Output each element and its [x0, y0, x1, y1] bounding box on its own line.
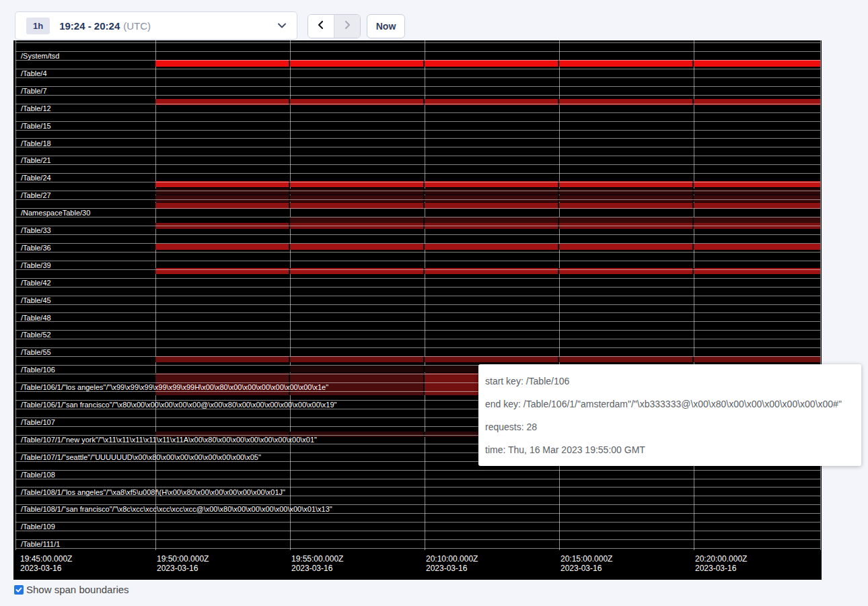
time-range-label: 19:24 - 20:24 [59, 20, 120, 32]
grid-hline [15, 156, 820, 156]
heat-band [155, 99, 820, 105]
grid-hline [15, 173, 820, 174]
grid-hline [15, 539, 820, 540]
time-tick-label: 19:45:00.000Z2023-03-16 [20, 554, 72, 573]
span-tooltip: start key: /Table/106 end key: /Table/10… [478, 364, 861, 466]
chevron-down-icon [278, 23, 286, 28]
grid-hline [15, 269, 820, 270]
time-range-utc: (UTC) [123, 20, 151, 32]
grid-hline [15, 531, 820, 531]
span-label: /Table/15 [21, 121, 51, 131]
time-tick-label: 19:50:00.000Z2023-03-16 [157, 554, 209, 573]
span-label: /Table/12 [21, 104, 51, 113]
span-label: /NamespaceTable/30 [21, 208, 90, 217]
heat-band [290, 217, 820, 223]
grid-hline [15, 261, 820, 261]
heat-band [155, 244, 820, 250]
grid-hline [15, 287, 820, 288]
span-label: /Table/36 [21, 243, 51, 252]
span-label: /Table/27 [21, 191, 51, 200]
grid-hline [15, 479, 820, 479]
tooltip-end-key: end key: /Table/106/1/"amsterdam"/"\xb33… [485, 395, 856, 418]
time-range-chip: 1h [26, 18, 50, 34]
span-label: /Table/18 [21, 139, 51, 148]
grid-hline [15, 130, 820, 131]
grid-hline [15, 147, 820, 147]
grid-hline [15, 77, 820, 78]
time-tick-label: 19:55:00.000Z2023-03-16 [291, 554, 343, 573]
span-label: /Table/108/1/"san francisco"/"\x8c\xcc\x… [21, 504, 332, 514]
span-label: /Table/42 [21, 278, 51, 288]
time-tick-label: 20:20:00.000Z2023-03-16 [695, 554, 747, 573]
grid-hline [15, 164, 820, 165]
grid-hline [15, 234, 820, 235]
grid-hline [15, 278, 820, 279]
grid-hline [15, 339, 820, 339]
span-label: /Table/111/1 [21, 539, 60, 549]
grid-hline [15, 42, 820, 43]
tooltip-start-key: start key: /Table/106 [485, 372, 856, 395]
prev-interval-button[interactable] [308, 15, 334, 38]
span-label: /Table/108 [21, 470, 55, 479]
grid-hline [15, 121, 820, 122]
grid-hline [15, 191, 820, 191]
grid-vline [820, 40, 821, 550]
grid-hline [15, 252, 820, 252]
tooltip-time: time: Thu, 16 Mar 2023 19:55:00 GMT [485, 441, 856, 464]
now-button[interactable]: Now [367, 14, 405, 38]
grid-hline [15, 347, 820, 348]
grid-hline [15, 548, 820, 549]
span-label: /Table/107 [21, 417, 55, 427]
span-label: /System/tsd [21, 51, 59, 61]
span-label: /Table/21 [21, 156, 51, 165]
grid-hline [15, 304, 820, 305]
span-label: /Table/33 [21, 226, 51, 235]
grid-hline [15, 330, 820, 331]
heat-band [155, 195, 820, 202]
grid-hline [15, 51, 820, 52]
span-label: /Table/108/1/"los angeles"/"\xa8\xf5\u00… [21, 487, 285, 497]
span-label: /Table/106/1/"san francisco"/"\x80\x00\x… [21, 400, 337, 409]
span-label: /Table/7 [21, 86, 47, 96]
heat-band [155, 356, 820, 362]
time-tick-label: 20:15:00.000Z2023-03-16 [560, 554, 612, 573]
grid-hline [15, 312, 820, 313]
span-label: /Table/4 [21, 69, 47, 78]
grid-hline [15, 138, 820, 139]
grid-hline [15, 321, 820, 322]
grid-hline [15, 217, 820, 217]
grid-hline [15, 95, 820, 96]
grid-hline [15, 104, 820, 104]
grid-hline [15, 208, 820, 209]
span-label: /Table/55 [21, 347, 51, 357]
grid-hline [15, 199, 820, 200]
grid-hline [15, 69, 820, 69]
grid-hline [15, 112, 820, 113]
span-label: /Table/48 [21, 313, 51, 323]
chevron-right-icon [342, 20, 352, 32]
heat-band [155, 60, 820, 67]
heatmap-canvas[interactable]: /System/tsd/Table/4/Table/7/Table/12/Tab… [13, 40, 822, 580]
chevron-left-icon [316, 20, 326, 32]
span-label: /Table/106/1/"los angeles"/"\x99\x99\x99… [21, 382, 328, 392]
span-label: /Table/107/1/"new york"/"\x11\x11\x11\x1… [21, 435, 317, 444]
time-nav-group [308, 14, 361, 38]
grid-hline [15, 296, 820, 296]
checkbox-check-icon [15, 586, 22, 593]
time-range-select[interactable]: 1h 19:24 - 20:24 (UTC) [15, 11, 297, 40]
span-label: /Table/106 [21, 365, 55, 374]
span-label: /Table/24 [21, 173, 51, 182]
span-boundaries-toggle[interactable]: Show span boundaries [14, 584, 129, 595]
grid-hline [15, 86, 820, 87]
next-interval-button[interactable] [334, 15, 360, 38]
grid-hline [15, 243, 820, 244]
span-label: /Table/45 [21, 296, 51, 305]
grid-hline [15, 356, 820, 357]
grid-hline [15, 226, 820, 226]
span-label: /Table/52 [21, 330, 51, 339]
span-boundaries-checkbox[interactable] [14, 585, 24, 595]
grid-hline [15, 60, 820, 61]
tooltip-requests: requests: 28 [485, 418, 856, 441]
span-label: /Table/39 [21, 261, 51, 270]
span-label: /Table/109 [21, 522, 55, 531]
